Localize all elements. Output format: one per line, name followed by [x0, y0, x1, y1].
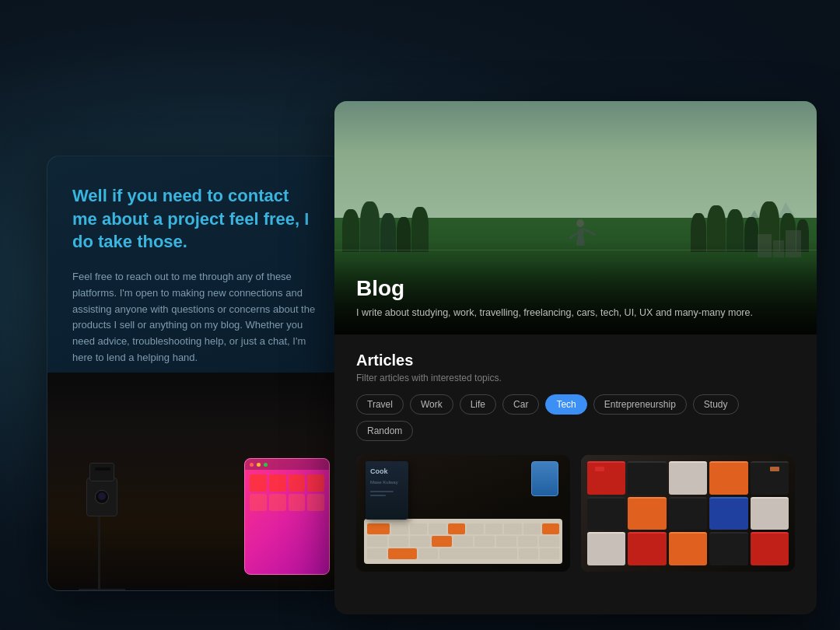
hero-text-area: Blog I write about studying, work, trave… — [334, 261, 817, 334]
articles-section: Articles Filter articles with interested… — [334, 334, 817, 589]
photo-inner — [47, 373, 341, 590]
contact-headline: Well if you need to contact me about a p… — [72, 184, 317, 254]
tag-car[interactable]: Car — [502, 394, 539, 415]
keyboard-bg1: Cook Mase Kulway — [356, 455, 570, 572]
articles-title: Articles — [356, 352, 795, 369]
blog-card: Blog I write about studying, work, trave… — [334, 101, 817, 614]
card-photo-bottom — [47, 373, 341, 590]
tag-entrepreneurship[interactable]: Entrepreneurship — [593, 394, 687, 415]
book-element: Cook Mase Kulway — [366, 461, 408, 520]
contact-body: Feel free to reach out to me through any… — [72, 269, 317, 366]
article-thumb-2[interactable] — [581, 455, 795, 572]
article-thumbnails: Cook Mase Kulway — [356, 455, 795, 572]
screen-icon-grid — [245, 470, 329, 516]
book-title: Cook — [370, 467, 404, 476]
tag-travel[interactable]: Travel — [356, 394, 404, 415]
tag-tech[interactable]: Tech — [545, 394, 586, 415]
articles-filter-label: Filter articles with interested topics. — [356, 373, 795, 383]
blue-device — [531, 461, 558, 496]
book-author: Mase Kulway — [370, 480, 404, 486]
switches-bg — [581, 455, 795, 572]
tag-random[interactable]: Random — [356, 421, 413, 441]
blog-title: Blog — [356, 276, 795, 301]
switch-grid — [587, 461, 789, 565]
hero-image: Blog I write about studying, work, trave… — [334, 101, 817, 334]
contact-card: Well if you need to contact me about a p… — [47, 156, 342, 591]
article-thumb-1[interactable]: Cook Mase Kulway — [356, 455, 570, 572]
filter-tags-row: Travel Work Life Car Tech Entrepreneursh… — [356, 394, 795, 441]
blog-subtitle: I write about studying, work, travelling… — [356, 306, 795, 320]
equipment-silhouette — [71, 450, 133, 590]
tag-life[interactable]: Life — [460, 394, 496, 415]
pink-screen — [244, 458, 330, 575]
tag-study[interactable]: Study — [693, 394, 739, 415]
tag-work[interactable]: Work — [410, 394, 453, 415]
